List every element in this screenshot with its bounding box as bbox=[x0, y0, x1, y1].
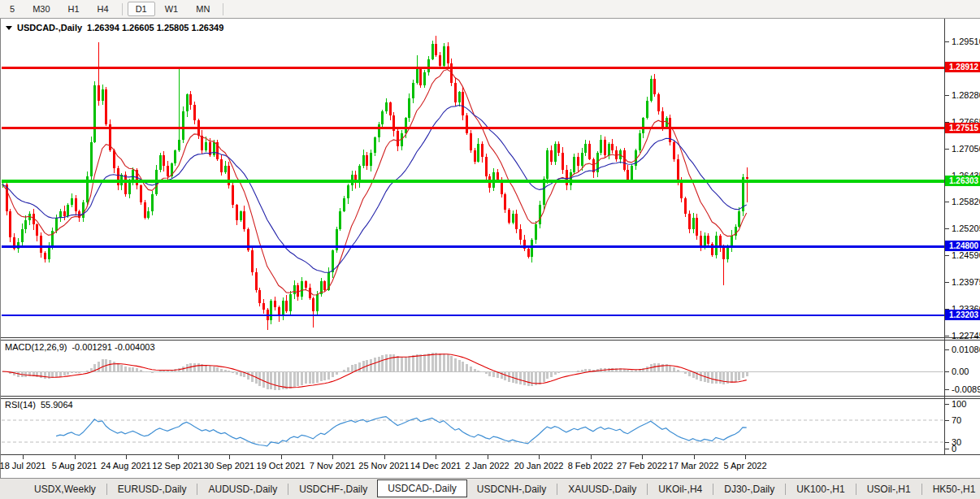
symbol-tab-bar: USDX,WeeklyEURUSD-,DailyAUDUSD-,DailyUSD… bbox=[0, 478, 980, 499]
chart-title: USDCAD-,Daily 1.26394 1.26605 1.25805 1.… bbox=[6, 23, 223, 33]
rsi-line bbox=[56, 417, 747, 446]
tab-eurusd-daily[interactable]: EURUSD-,Daily bbox=[108, 481, 197, 497]
tab-xauusd-daily[interactable]: XAUUSD-,Daily bbox=[558, 481, 646, 497]
tab-separator bbox=[288, 484, 288, 495]
chart-title-ohlc: 1.26394 1.26605 1.25805 1.26349 bbox=[87, 23, 223, 33]
price-line-1.27515[interactable] bbox=[2, 127, 944, 129]
tab-separator bbox=[856, 484, 856, 495]
rsi-indicator-label: RSI(14) 55.9064 bbox=[5, 400, 73, 410]
price-line-1.23203[interactable] bbox=[2, 315, 944, 316]
tab-separator bbox=[785, 484, 786, 495]
macd-label: MACD(12,26,9) bbox=[5, 342, 67, 352]
tab-separator bbox=[921, 484, 922, 495]
tab-uk100-h1[interactable]: UK100-,H1 bbox=[787, 481, 854, 497]
rsi-label: RSI(14) bbox=[5, 400, 36, 410]
tab-separator bbox=[713, 484, 713, 495]
tab-usdcad-daily[interactable]: USDCAD-,Daily bbox=[377, 479, 467, 497]
collapse-triangle-icon[interactable] bbox=[6, 26, 12, 30]
tab-separator bbox=[647, 484, 648, 495]
tab-separator bbox=[106, 484, 107, 495]
tab-hk50-h1[interactable]: HK50-,H1 bbox=[923, 481, 980, 497]
tab-usdcnh-daily[interactable]: USDCNH-,Daily bbox=[467, 481, 556, 497]
chart-title-symbol: USDCAD-,Daily bbox=[17, 23, 82, 33]
trading-platform-window: 5M30H1H4D1W1MN USDCAD-,Daily 1.26394 1.2… bbox=[0, 0, 980, 499]
macd-values: -0.001291 -0.004003 bbox=[72, 342, 154, 352]
price-chart-canvas[interactable] bbox=[0, 0, 980, 499]
rsi-values: 55.9064 bbox=[41, 400, 73, 410]
tab-usdchf-daily[interactable]: USDCHF-,Daily bbox=[289, 481, 377, 497]
tab-dj30-daily[interactable]: DJ30-,Daily bbox=[714, 481, 784, 497]
price-line-1.26303[interactable] bbox=[2, 180, 944, 183]
tab-separator bbox=[557, 484, 557, 495]
tab-usoil-h1[interactable]: USOil-,H1 bbox=[857, 481, 921, 497]
tab-usdx-weekly[interactable]: USDX,Weekly bbox=[24, 481, 106, 497]
macd-indicator-label: MACD(12,26,9) -0.001291 -0.004003 bbox=[5, 342, 155, 352]
price-line-1.28912[interactable] bbox=[2, 67, 944, 69]
tab-separator bbox=[197, 484, 197, 495]
tab-ukoil-h4[interactable]: UKOil-,H4 bbox=[648, 481, 712, 497]
tab-audusd-daily[interactable]: AUDUSD-,Daily bbox=[198, 481, 287, 497]
price-line-1.24800[interactable] bbox=[2, 245, 944, 248]
